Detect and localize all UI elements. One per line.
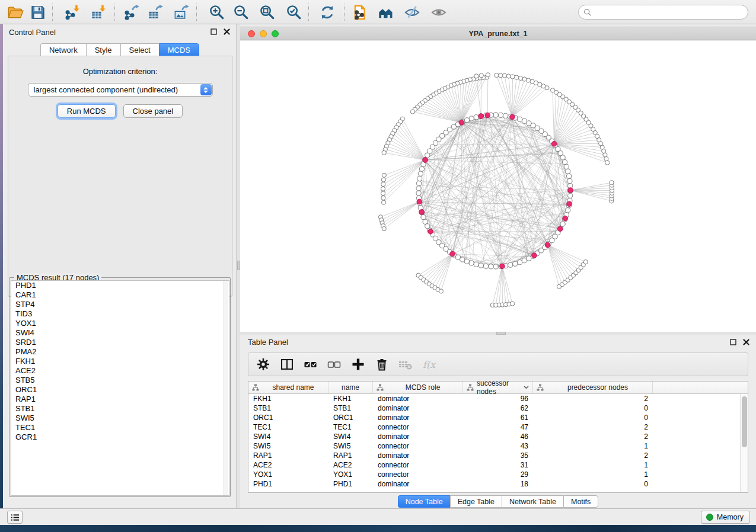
export-network-icon[interactable] <box>124 4 141 21</box>
window-maximize-icon[interactable] <box>272 30 279 37</box>
table-row[interactable]: RAP1RAP1dominator352 <box>248 451 748 460</box>
column-header-predecessor-nodes[interactable]: predecessor nodes <box>533 382 653 393</box>
column-header-name[interactable]: name <box>328 382 373 393</box>
table-row[interactable]: FKH1FKH1dominator962 <box>248 394 748 403</box>
column-header-shared-name[interactable]: shared name <box>248 382 328 393</box>
mcds-result-item[interactable]: STB5 <box>11 376 229 385</box>
export-table-icon[interactable] <box>148 4 164 21</box>
table-row[interactable]: SWI5SWI5connector431 <box>248 441 748 451</box>
mcds-result-item[interactable]: ORC1 <box>11 385 229 395</box>
mcds-result-group: MCDS result (17 nodes) PHD1CAR1STP4TID3Y… <box>9 277 231 497</box>
node-table-header: shared namenameMCDS rolesuccessor nodesp… <box>248 382 748 394</box>
export-image-icon[interactable] <box>174 4 190 21</box>
mcds-result-item[interactable]: PHD1 <box>11 281 229 290</box>
table-row[interactable]: SWI4SWI4dominator462 <box>248 432 748 441</box>
table-row[interactable]: ACE2ACE2connector311 <box>248 460 748 470</box>
control-panel-title: Control Panel <box>9 28 56 37</box>
mcds-result-item[interactable]: STP4 <box>11 300 229 309</box>
table-row[interactable]: YOX1YOX1connector291 <box>248 470 748 479</box>
open-session-icon[interactable] <box>7 4 24 21</box>
memory-button[interactable]: Memory <box>701 511 750 524</box>
table-row[interactable]: STB1STB1dominator620 <box>248 403 748 413</box>
select-all-checkboxes-icon[interactable] <box>304 357 318 371</box>
list-icon <box>11 513 20 522</box>
show-graphics-details-icon[interactable] <box>430 4 447 21</box>
mcds-result-list[interactable]: PHD1CAR1STP4TID3YOX1SWI4SRD1PMA2FKH1ACE2… <box>11 280 229 496</box>
save-session-icon[interactable] <box>30 4 46 21</box>
criterion-select[interactable]: largest connected component (undirected) <box>28 83 213 97</box>
mcds-result-item[interactable]: FKH1 <box>11 357 229 366</box>
mcds-result-item[interactable]: SWI4 <box>11 328 229 338</box>
tab-motifs[interactable]: Motifs <box>563 495 598 508</box>
search-box[interactable] <box>578 5 748 20</box>
tab-network-table[interactable]: Network Table <box>502 495 563 508</box>
tab-edge-table[interactable]: Edge Table <box>450 495 502 508</box>
tab-node-table[interactable]: Node Table <box>398 495 450 508</box>
zoom-fit-icon[interactable] <box>259 4 276 21</box>
toolbar-separator <box>114 4 115 21</box>
table-panel: Table Panel f(x) shared namenameMCDS rol… <box>240 335 756 508</box>
run-mcds-button[interactable]: Run MCDS <box>58 104 116 118</box>
tab-mcds[interactable]: MCDS <box>159 43 199 56</box>
table-row[interactable]: TEC1TEC1connector472 <box>248 422 748 432</box>
table-scrollbar[interactable] <box>740 394 748 493</box>
desktop-wallpaper-bottom <box>0 525 756 532</box>
scrollbar-thumb[interactable] <box>742 396 747 447</box>
mcds-result-item[interactable]: STB1 <box>11 404 229 414</box>
mcds-result-item[interactable]: RAP1 <box>11 395 229 404</box>
control-panel-tabs: NetworkStyleSelectMCDS <box>3 43 237 56</box>
import-table-icon[interactable] <box>91 4 107 21</box>
float-panel-icon[interactable] <box>729 338 737 346</box>
main-toolbar <box>0 0 756 24</box>
mcds-result-item[interactable]: SWI5 <box>11 414 229 423</box>
close-panel-button[interactable]: Close panel <box>123 104 183 118</box>
network-canvas[interactable] <box>240 41 756 332</box>
mcds-result-item[interactable]: GCR1 <box>11 432 229 442</box>
control-panel-header: Control Panel <box>3 24 237 40</box>
mcds-result-item[interactable]: CAR1 <box>11 290 229 300</box>
deselect-all-checkboxes-icon[interactable] <box>327 357 342 371</box>
tab-network[interactable]: Network <box>40 43 86 56</box>
table-row[interactable]: ORC1ORC1dominator610 <box>248 413 748 422</box>
tree-icon <box>377 384 384 391</box>
hide-graphics-details-icon[interactable] <box>404 4 420 21</box>
mcds-result-item[interactable]: YOX1 <box>11 319 229 328</box>
function-builder-icon: f(x) <box>422 357 436 371</box>
column-settings-icon[interactable] <box>256 357 270 371</box>
tab-style[interactable]: Style <box>86 43 120 56</box>
refresh-icon[interactable] <box>319 4 336 21</box>
mcds-list-scrollbar[interactable] <box>224 281 228 495</box>
delete-column-icon[interactable] <box>375 357 389 371</box>
float-panel-icon[interactable] <box>210 28 218 36</box>
close-panel-icon[interactable] <box>742 338 750 346</box>
import-network-icon[interactable] <box>65 4 81 21</box>
tree-icon <box>252 384 259 391</box>
share-network-icon[interactable] <box>352 4 368 21</box>
split-panel-icon[interactable] <box>280 357 294 371</box>
window-minimize-icon[interactable] <box>260 30 267 37</box>
mcds-result-item[interactable]: PMA2 <box>11 347 229 357</box>
column-header-successor-nodes[interactable]: successor nodes <box>463 382 533 393</box>
toolbar-separator <box>344 4 344 21</box>
search-input[interactable] <box>595 8 748 17</box>
column-header-MCDS-role[interactable]: MCDS role <box>373 382 463 393</box>
window-close-icon[interactable] <box>248 30 255 37</box>
zoom-selected-icon[interactable] <box>286 4 302 21</box>
panel-menu-button[interactable] <box>7 511 23 524</box>
table-panel-tabs: Node TableEdge TableNetwork TableMotifs <box>240 495 756 508</box>
close-panel-icon[interactable] <box>223 28 231 36</box>
zoom-in-icon[interactable] <box>209 4 225 21</box>
mcds-result-item[interactable]: ACE2 <box>11 366 229 376</box>
add-column-icon[interactable] <box>351 357 365 371</box>
zoom-out-icon[interactable] <box>233 4 250 21</box>
network-graph <box>240 41 756 332</box>
table-row[interactable]: PHD1PHD1dominator180 <box>248 479 748 489</box>
mcds-result-item[interactable]: TID3 <box>11 309 229 319</box>
mcds-result-item[interactable]: SRD1 <box>11 338 229 347</box>
network-window-title: YPA_prune.txt_1 <box>468 30 527 38</box>
mcds-result-item[interactable]: TEC1 <box>11 423 229 432</box>
network-search-icon[interactable] <box>378 4 394 21</box>
network-window-titlebar[interactable]: YPA_prune.txt_1 <box>240 27 756 40</box>
tree-icon <box>467 384 474 391</box>
tab-select[interactable]: Select <box>120 43 159 56</box>
